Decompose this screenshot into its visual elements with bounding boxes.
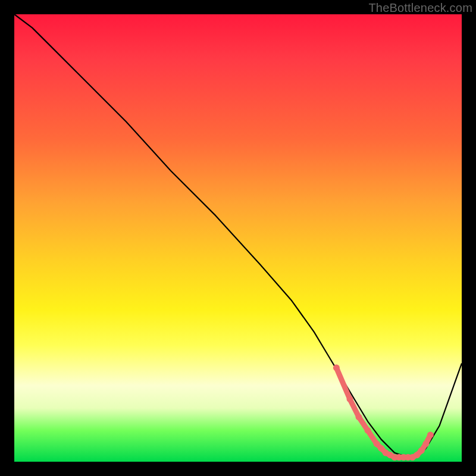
marker-dot [418,447,425,454]
plot-area [14,14,462,462]
marker-dot [333,365,340,371]
markers-layer [333,365,434,461]
marker-dot [347,396,353,402]
series-layer [14,14,462,458]
series-path [14,14,462,458]
watermark-label: TheBottleneck.com [368,1,472,15]
marker-dot [356,414,362,420]
marker-stroke [336,368,430,457]
marker-dot [422,440,429,447]
marker-dot [427,431,434,438]
chart-stage: TheBottleneck.com [0,0,476,476]
chart-svg [14,14,462,462]
marker-dot [365,427,371,434]
